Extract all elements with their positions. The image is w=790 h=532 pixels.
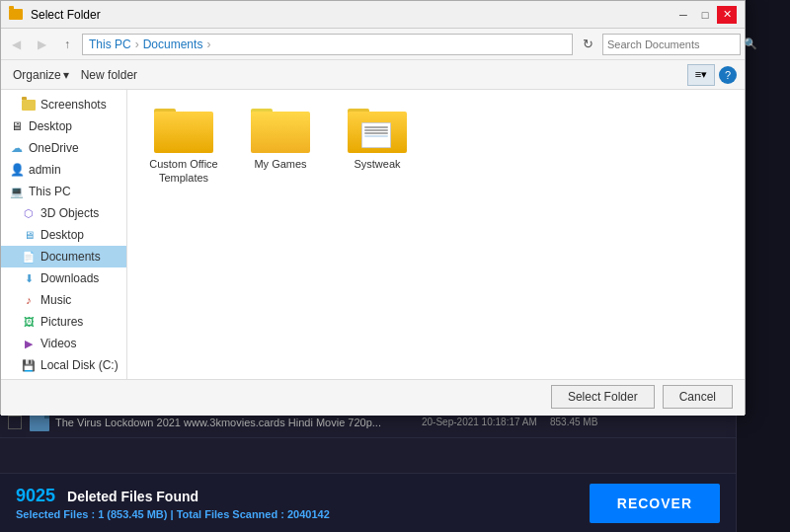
3d-icon: ⬡ [21,206,37,220]
back-button[interactable]: ◀ [5,34,27,55]
breadcrumb-separator: › [135,38,139,51]
folder-item-my-games[interactable]: My Games [236,102,325,190]
folder-item-custom-office[interactable]: Custom Office Templates [139,102,228,190]
status-bar: 9025 Deleted Files Found Selected Files … [0,473,736,532]
computer-icon: 💻 [9,185,25,198]
breadcrumb-documents[interactable]: Documents [143,38,203,51]
sidebar-label-desktop2: Desktop [40,228,84,242]
file-name: The Virus Lockdown 2021 www.3kmovies.car… [55,417,422,428]
search-input[interactable] [607,38,744,50]
sidebar-label-3dobjects: 3D Objects [40,206,99,220]
sidebar-item-screenshots[interactable]: Screenshots [1,94,126,115]
dialog-buttons: Select Folder Cancel [1,379,745,414]
sidebar-item-desktop2[interactable]: 🖥 Desktop [1,224,126,246]
titlebar-icon [9,7,25,23]
sidebar-item-onedrive[interactable]: ☁ OneDrive [1,137,126,159]
up-button[interactable]: ↑ [56,34,78,55]
search-icon: 🔍 [744,38,757,50]
row-checkbox[interactable] [8,416,22,429]
documents-icon: 📄 [21,250,37,264]
folder-big-icon-mygames [251,106,310,153]
breadcrumb: This PC › Documents › [82,34,573,55]
sidebar-label-videos: Videos [40,337,76,350]
sidebar-label-documents: Documents [40,250,101,264]
sidebar-item-desktop[interactable]: 🖥 Desktop [1,115,126,137]
minimize-button[interactable]: ─ [673,6,693,24]
desktop2-icon: 🖥 [21,228,37,242]
user-icon: 👤 [9,163,25,177]
localdisk-c-icon: 💾 [21,358,37,372]
folder-item-systweak[interactable]: Systweak [333,102,422,190]
selected-info: Selected Files : 1 (853.45 MB) | Total F… [16,508,330,520]
sidebar-scroll: Screenshots 🖥 Desktop ☁ OneDrive 👤 admin… [1,90,126,381]
folder-label-systweak: Systweak [354,157,400,171]
sidebar-label-onedrive: OneDrive [29,141,79,155]
pictures-icon: 🖼 [21,315,37,329]
folder-big-icon [154,106,213,153]
sidebar-label-music: Music [40,293,71,307]
sidebar-item-3dobjects[interactable]: ⬡ 3D Objects [1,202,126,224]
select-folder-button[interactable]: Select Folder [551,385,655,409]
sidebar-item-documents[interactable]: 📄 Documents [1,246,126,267]
toolbar: Organize ▾ New folder ≡▾ ? [1,60,745,90]
address-bar: ◀ ▶ ↑ This PC › Documents › ↻ 🔍 [1,29,745,60]
file-icon [30,414,49,431]
sidebar-item-thispc[interactable]: 💻 This PC [1,181,126,202]
breadcrumb-thispc[interactable]: This PC [89,38,131,51]
dialog-title: Select Folder [31,8,673,22]
onedrive-icon: ☁ [9,141,25,155]
deleted-label: Deleted Files Found [67,489,198,504]
titlebar-controls: ─ □ ✕ [673,6,737,24]
sidebar-label-downloads: Downloads [40,271,99,285]
sidebar-label-thispc: This PC [29,185,71,198]
close-button[interactable]: ✕ [717,6,737,24]
sidebar-item-pictures[interactable]: 🖼 Pictures [1,311,126,333]
folder-label-custom-office: Custom Office Templates [143,157,224,186]
forward-button[interactable]: ▶ [31,34,52,55]
folder-icon-small [9,9,23,20]
maximize-button[interactable]: □ [695,6,715,24]
sidebar-label-screenshots: Screenshots [40,98,107,112]
organize-chevron-icon: ▾ [63,68,69,82]
organize-button[interactable]: Organize ▾ [9,66,73,84]
file-date: 20-Sep-2021 10:18:17 AM [422,417,550,427]
sidebar-item-music[interactable]: ♪ Music [1,289,126,311]
sidebar-label-admin: admin [29,163,61,177]
select-folder-dialog: Select Folder ─ □ ✕ ◀ ▶ ↑ This PC › Docu… [0,0,746,415]
file-size: 853.45 MB [550,417,629,427]
music-icon: ♪ [21,293,37,307]
folder-body [154,112,213,153]
desktop-icon: 🖥 [9,119,25,133]
sidebar-label-localc: Local Disk (C:) [40,358,118,372]
sidebar-item-videos[interactable]: ▶ Videos [1,333,126,354]
new-folder-button[interactable]: New folder [77,66,141,84]
main-file-area: Custom Office Templates My Games [127,90,745,381]
sidebar-item-localc[interactable]: 💾 Local Disk (C:) [1,354,126,376]
folder-big-icon-systweak [348,106,407,153]
folder-icon [21,98,37,112]
deleted-count: 9025 [16,486,55,506]
downloads-icon: ⬇ [21,271,37,285]
sidebar-item-admin[interactable]: 👤 admin [1,159,126,181]
content-area: Screenshots 🖥 Desktop ☁ OneDrive 👤 admin… [1,90,745,381]
sidebar-item-downloads[interactable]: ⬇ Downloads [1,267,126,289]
refresh-button[interactable]: ↻ [577,34,598,55]
sidebar-label-pictures: Pictures [40,315,83,329]
dialog-titlebar: Select Folder ─ □ ✕ [1,1,745,29]
help-button[interactable]: ? [719,66,737,84]
view-button[interactable]: ≡▾ [687,64,715,86]
folder-body-2 [251,112,310,153]
videos-icon: ▶ [21,337,37,350]
deleted-files-info: 9025 Deleted Files Found Selected Files … [16,486,330,520]
recover-button[interactable]: RECOVER [590,484,720,523]
cancel-button[interactable]: Cancel [663,385,733,409]
sidebar-label-desktop: Desktop [29,119,72,133]
folder-label-my-games: My Games [254,157,306,171]
search-box: 🔍 [602,34,741,55]
sidebar: Screenshots 🖥 Desktop ☁ OneDrive 👤 admin… [1,90,127,381]
breadcrumb-end: › [206,38,210,51]
